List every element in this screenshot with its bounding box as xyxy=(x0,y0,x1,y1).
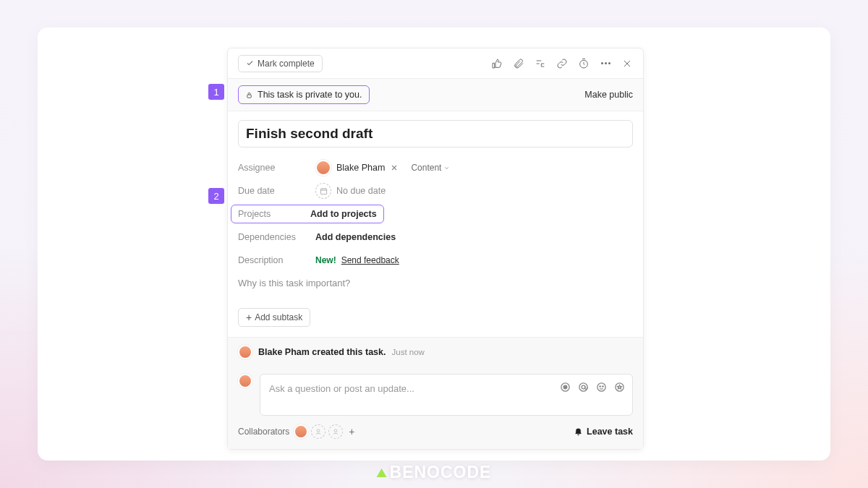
plus-icon: + xyxy=(246,312,252,322)
like-icon[interactable] xyxy=(491,58,503,69)
due-date-label: Due date xyxy=(238,186,315,196)
bell-icon xyxy=(574,427,583,437)
assignee-value[interactable]: Blake Pham Content xyxy=(315,160,450,176)
assignee-label: Assignee xyxy=(238,163,315,173)
link-icon[interactable] xyxy=(556,58,568,69)
mark-complete-label: Mark complete xyxy=(258,59,315,69)
close-icon[interactable] xyxy=(621,58,633,69)
task-body: Finish second draft Assignee Blake Pham … xyxy=(228,111,643,337)
attachment-icon[interactable] xyxy=(513,58,524,69)
svg-rect-2 xyxy=(320,189,326,194)
topbar-actions xyxy=(491,58,633,69)
add-subtask-button[interactable]: + Add subtask xyxy=(238,308,310,327)
description-row: Description New! Send feedback xyxy=(238,249,633,272)
check-icon xyxy=(246,59,254,67)
collaborators-group: + xyxy=(294,424,357,439)
callout-marker-2: 2 xyxy=(208,188,224,204)
svg-point-8 xyxy=(600,386,600,387)
projects-label: Projects xyxy=(238,209,310,219)
appreciate-icon[interactable] xyxy=(614,382,625,393)
avatar[interactable] xyxy=(294,424,308,439)
comment-input[interactable]: Ask a question or post an update... xyxy=(260,374,633,416)
activity-time: Just now xyxy=(391,348,424,356)
add-dependencies-link[interactable]: Add dependencies xyxy=(315,232,396,242)
new-badge: New! xyxy=(315,255,336,265)
task-title: Finish second draft xyxy=(246,126,625,142)
callout-marker-1: 1 xyxy=(208,84,224,100)
collaborators-label: Collaborators xyxy=(238,427,289,437)
dependencies-label: Dependencies xyxy=(238,232,315,242)
collaborator-placeholder[interactable] xyxy=(328,424,343,439)
avatar xyxy=(315,160,331,176)
lock-icon xyxy=(245,91,253,99)
privacy-row: This task is private to you. Make public xyxy=(228,79,643,111)
task-detail-panel: Mark complete This task is private to yo… xyxy=(227,48,644,450)
task-title-field[interactable]: Finish second draft xyxy=(238,120,633,147)
assignee-row: Assignee Blake Pham Content xyxy=(238,156,633,179)
svg-point-11 xyxy=(318,429,320,432)
collaborator-placeholder[interactable] xyxy=(311,424,326,439)
due-date-text: No due date xyxy=(336,186,386,196)
description-label: Description xyxy=(238,255,315,265)
send-feedback-link[interactable]: Send feedback xyxy=(341,255,399,265)
remove-assignee-icon[interactable] xyxy=(390,163,399,172)
projects-highlight: Projects Add to projects xyxy=(231,205,384,223)
task-topbar: Mark complete xyxy=(228,48,643,79)
add-collaborator-button[interactable]: + xyxy=(346,426,357,437)
avatar xyxy=(238,345,252,359)
timer-icon[interactable] xyxy=(578,58,590,69)
mention-icon[interactable] xyxy=(578,382,589,393)
brand-watermark: BENOCODE xyxy=(377,463,492,482)
calendar-icon xyxy=(315,183,331,199)
comment-placeholder: Ask a question or post an update... xyxy=(269,383,414,394)
more-icon[interactable] xyxy=(600,58,611,69)
privacy-text: This task is private to you. xyxy=(258,90,362,100)
svg-point-6 xyxy=(582,385,585,389)
svg-rect-1 xyxy=(247,95,252,98)
make-public-link[interactable]: Make public xyxy=(584,90,633,100)
chevron-down-icon xyxy=(443,165,450,171)
svg-point-9 xyxy=(603,386,603,387)
mark-complete-button[interactable]: Mark complete xyxy=(238,55,323,72)
privacy-badge: This task is private to you. xyxy=(238,85,370,104)
avatar xyxy=(238,374,252,388)
record-icon[interactable] xyxy=(560,382,571,393)
brand-triangle-icon xyxy=(377,468,387,477)
comment-toolbar xyxy=(560,382,625,393)
emoji-icon[interactable] xyxy=(596,382,607,393)
task-footer: Collaborators + Leave task xyxy=(228,416,643,449)
projects-row: Projects Add to projects xyxy=(238,202,633,226)
due-date-value[interactable]: No due date xyxy=(315,183,386,199)
activity-text: Blake Pham created this task. xyxy=(258,347,386,357)
activity-log-item: Blake Pham created this task. Just now xyxy=(228,337,643,367)
svg-point-5 xyxy=(579,383,587,391)
leave-task-button[interactable]: Leave task xyxy=(574,427,633,437)
subtask-icon[interactable] xyxy=(535,58,546,69)
assignee-name: Blake Pham xyxy=(336,163,385,173)
svg-point-12 xyxy=(335,429,338,432)
due-date-row: Due date No due date xyxy=(238,179,633,202)
dependencies-row: Dependencies Add dependencies xyxy=(238,226,633,249)
add-to-projects-link[interactable]: Add to projects xyxy=(310,209,377,219)
svg-point-7 xyxy=(597,383,605,391)
comment-composer: Ask a question or post an update... xyxy=(228,367,643,416)
svg-point-4 xyxy=(563,385,567,389)
description-placeholder[interactable]: Why is this task important? xyxy=(238,278,633,288)
assignee-team-dropdown[interactable]: Content xyxy=(411,163,450,173)
